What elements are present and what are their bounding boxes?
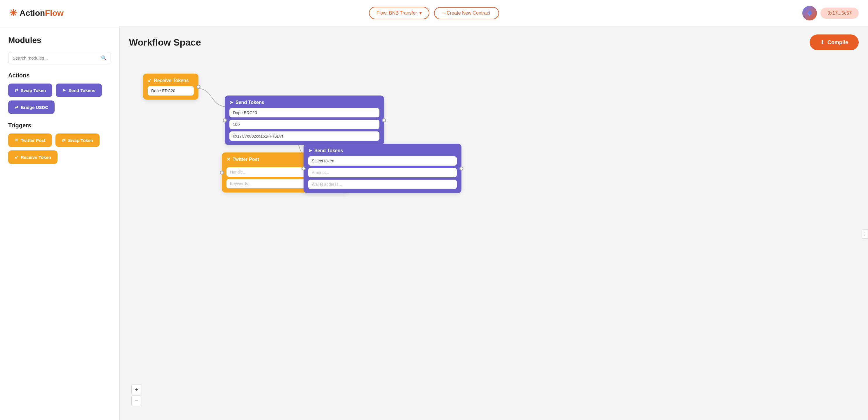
workflow-header: Workflow Space ⬇ Compile: [120, 26, 868, 50]
receive-tokens-header: ↙ Receive Tokens: [148, 78, 194, 83]
send-tokens-1-left-connector: [223, 118, 227, 122]
logo-action: Action: [20, 8, 45, 18]
bridge-usdc-button[interactable]: ⇌ Bridge USDC: [8, 100, 55, 114]
swap-token-trigger-button[interactable]: ⇄ Swap Token: [56, 133, 99, 147]
header-center: Flow: BNB Transfer ▾ + Create New Contra…: [369, 7, 499, 19]
compile-button[interactable]: ⬇ Compile: [810, 34, 859, 50]
send-tokens-2-token-select[interactable]: Select token: [308, 156, 457, 166]
send-tokens-2-header: ➤ Send Tokens: [308, 148, 457, 153]
receive-tokens-icon: ↙: [148, 78, 152, 83]
flow-selector-label: Flow: BNB Transfer: [376, 10, 417, 16]
header-right: 0x17...5c57: [802, 6, 859, 21]
chevron-down-icon: ▾: [420, 10, 422, 16]
receive-tokens-select[interactable]: Dope ERC20: [148, 86, 194, 95]
compile-icon: ⬇: [820, 39, 825, 46]
receive-tokens-right-connector: [196, 85, 200, 89]
workflow-title: Workflow Space: [129, 37, 201, 48]
search-input[interactable]: [12, 56, 101, 60]
send-tokens-1-node: ➤ Send Tokens Dope ERC20: [225, 95, 384, 145]
send-tokens-1-address-input[interactable]: [229, 131, 379, 141]
triggers-section-title: Triggers: [8, 122, 111, 129]
send-icon: ➤: [62, 88, 66, 93]
side-handle[interactable]: ⋮: [862, 229, 868, 239]
logo: ✳ ActionFlow: [9, 8, 64, 19]
send-tokens-1-header: ➤ Send Tokens: [229, 99, 379, 105]
receive-token-trigger-button[interactable]: ↙ Receive Token: [8, 150, 58, 164]
swap-token-action-button[interactable]: ⇄ Swap Token: [8, 84, 52, 97]
send-tokens-2-node: ➤ Send Tokens Select token: [304, 144, 461, 193]
zoom-out-button[interactable]: −: [131, 395, 142, 406]
main-layout: Modules 🔍 Actions ⇄ Swap Token ➤ Send To…: [0, 26, 868, 420]
swap-trigger-icon: ⇄: [62, 138, 66, 143]
create-contract-label: + Create New Contract: [443, 10, 490, 16]
twitter-post-icon: ✕: [226, 156, 230, 162]
sidebar-title: Modules: [8, 36, 111, 45]
receive-tokens-node: ↙ Receive Tokens Dope ERC20: [143, 73, 198, 99]
triggers-button-grid: ✕ Twitter Post ⇄ Swap Token ↙ Receive To…: [8, 133, 111, 164]
actions-section-title: Actions: [8, 72, 111, 79]
send-tokens-2-icon: ➤: [308, 148, 312, 153]
send-tokens-1-right-connector: [382, 118, 386, 122]
workflow-canvas: ↙ Receive Tokens Dope ERC20 ➤ Send Token…: [120, 50, 868, 418]
send-tokens-2-right-connector: [459, 167, 463, 171]
sidebar: Modules 🔍 Actions ⇄ Swap Token ➤ Send To…: [0, 26, 120, 420]
send-tokens-2-title: Send Tokens: [314, 148, 343, 153]
logo-icon: ✳: [9, 8, 17, 19]
send-tokens-1-amount-input[interactable]: [229, 120, 379, 129]
send-tokens-1-icon: ➤: [229, 99, 233, 105]
zoom-controls: + −: [131, 384, 142, 406]
send-tokens-1-token-select[interactable]: Dope ERC20: [229, 108, 379, 117]
send-tokens-2-amount-input[interactable]: [308, 168, 457, 177]
logo-text: ActionFlow: [20, 8, 64, 18]
logo-flow: Flow: [45, 8, 64, 18]
receive-icon: ↙: [14, 154, 19, 160]
receive-tokens-title: Receive Tokens: [154, 78, 189, 83]
send-tokens-1-title: Send Tokens: [236, 100, 264, 105]
swap-icon: ⇄: [14, 88, 19, 93]
send-tokens-action-button[interactable]: ➤ Send Tokens: [56, 84, 101, 97]
search-box: 🔍: [8, 52, 111, 64]
bridge-icon: ⇌: [14, 104, 19, 110]
actions-section: Actions ⇄ Swap Token ➤ Send Tokens ⇌ Bri…: [8, 72, 111, 114]
eth-avatar: [802, 6, 817, 21]
zoom-in-button[interactable]: +: [131, 384, 142, 395]
twitter-post-title: Twitter Post: [232, 157, 259, 162]
wallet-address[interactable]: 0x17...5c57: [820, 8, 859, 19]
search-icon: 🔍: [101, 55, 107, 61]
twitter-post-left-connector: [220, 171, 224, 175]
actions-button-grid: ⇄ Swap Token ➤ Send Tokens ⇌ Bridge USDC: [8, 84, 111, 114]
app-header: ✳ ActionFlow Flow: BNB Transfer ▾ + Crea…: [0, 0, 868, 26]
create-contract-button[interactable]: + Create New Contract: [434, 7, 499, 19]
twitter-icon: ✕: [14, 138, 19, 143]
workflow-section: Workflow Space ⬇ Compile ↙ Receive: [120, 26, 868, 420]
svg-marker-1: [810, 10, 812, 14]
flow-selector-button[interactable]: Flow: BNB Transfer ▾: [369, 7, 429, 19]
send-tokens-2-left-connector: [302, 167, 306, 171]
send-tokens-2-wallet-input[interactable]: [308, 180, 457, 189]
twitter-post-trigger-button[interactable]: ✕ Twitter Post: [8, 133, 52, 147]
triggers-section: Triggers ✕ Twitter Post ⇄ Swap Token ↙ R…: [8, 122, 111, 164]
